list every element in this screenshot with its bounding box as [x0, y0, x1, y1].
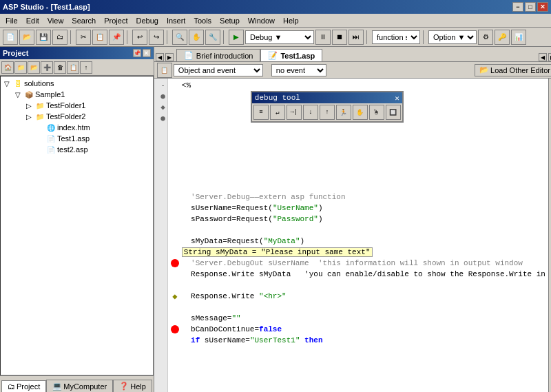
event-combo[interactable]: no event	[271, 64, 326, 76]
code-text-15: bCanDoContinue=false	[182, 325, 282, 333]
load-editor-icon: 📂	[479, 65, 489, 74]
pt-btn2[interactable]: 📁	[14, 61, 27, 74]
code-line-15: bCanDoContinue=false	[171, 324, 545, 335]
tab-brief-intro[interactable]: 📄 Brief introduction	[176, 49, 261, 61]
tree-folder1[interactable]: ▷ 📁 TestFolder1	[2, 100, 152, 111]
dt-btn5[interactable]: ↑	[320, 105, 335, 120]
stop-button[interactable]: ⏹	[332, 30, 347, 45]
editor-tab-left[interactable]: ◀	[539, 53, 547, 61]
editor-scrollbar[interactable]	[548, 79, 551, 392]
dt-btn4[interactable]: ↓	[303, 105, 318, 120]
function-combo[interactable]: function show	[372, 30, 420, 44]
close-button[interactable]: ✕	[537, 2, 548, 12]
menu-search[interactable]: Search	[67, 15, 100, 26]
project-title: Project	[3, 49, 28, 57]
extra2-button[interactable]: 📊	[511, 30, 526, 45]
bp-red-9	[171, 259, 179, 267]
menu-insert[interactable]: Insert	[163, 15, 190, 26]
dt-btn9[interactable]: 🔲	[386, 105, 401, 120]
open-button[interactable]: 📂	[19, 30, 34, 45]
index-file-icon: 🌐	[46, 123, 56, 132]
project-pin[interactable]: 📌	[133, 49, 141, 57]
code-line-14: sMessage=""	[171, 313, 545, 324]
tab-mycomputer[interactable]: 💻 MyComputer	[46, 380, 113, 392]
debug-combo[interactable]: Debug ▼	[245, 30, 314, 44]
pt-btn1[interactable]: 🏠	[1, 61, 14, 74]
pt-btn4[interactable]: ➕	[41, 61, 53, 74]
test1-label: Test1.asp	[57, 134, 90, 143]
et-icon: 📋	[157, 63, 172, 78]
debug-tool-header[interactable]: debug tool ✕	[252, 92, 402, 103]
save-all-button[interactable]: 🗂	[52, 30, 67, 45]
menu-help[interactable]: Help	[279, 15, 303, 26]
find-button[interactable]: 🔍	[172, 30, 187, 45]
option2-button[interactable]: ⚙	[478, 30, 493, 45]
pt-btn7[interactable]: ↑	[80, 61, 92, 74]
code-text-14: sMessage=""	[182, 314, 241, 322]
step-button[interactable]: ⏭	[349, 30, 364, 45]
menu-file[interactable]: File	[1, 15, 22, 26]
tree-solutions[interactable]: ▽ 🗄 solutions	[2, 78, 152, 89]
paste-button[interactable]: 📌	[109, 30, 124, 45]
code-text-11	[182, 281, 187, 289]
menu-debug[interactable]: Debug	[132, 15, 162, 26]
minimize-button[interactable]: −	[512, 2, 523, 12]
debug-tool-close-icon[interactable]: ✕	[395, 94, 399, 103]
tab-project[interactable]: 🗂 Project	[1, 380, 46, 392]
option-combo[interactable]: Option ▼	[428, 30, 477, 44]
toolbar-sep-5	[366, 30, 369, 44]
tool-button[interactable]: 🔧	[205, 30, 220, 45]
pause-button[interactable]: ⏸	[315, 30, 331, 45]
code-line-12: ◆ Response.Write "<hr>"	[171, 291, 545, 302]
pt-btn6[interactable]: 📋	[67, 61, 79, 74]
code-text-4: sUserName=Request("UserName")	[182, 204, 323, 212]
redo-button[interactable]: ↪	[149, 30, 164, 45]
dt-btn6[interactable]: 🏃	[336, 105, 351, 120]
object-event-combo[interactable]: Object and event	[174, 64, 263, 76]
editor-tab-right[interactable]: ▶	[548, 53, 551, 61]
tree-test2[interactable]: 📄 test2.asp	[2, 144, 152, 155]
dt-btn1[interactable]: ≡	[253, 105, 269, 120]
pt-btn5[interactable]: 🗑	[54, 61, 66, 74]
editor-nav-right[interactable]: ▶	[165, 53, 174, 61]
menu-setup[interactable]: Setup	[216, 15, 244, 26]
menu-edit[interactable]: Edit	[22, 15, 43, 26]
titlebar: ASP Studio - [Test1.asp] − □ ✕	[0, 0, 551, 14]
dt-btn2[interactable]: ↵	[270, 105, 285, 120]
code-area[interactable]: debug tool ✕ ≡ ↵ →| ↓ ↑ 🏃 ✋ 🖱 🔲	[168, 79, 548, 392]
tree-test1[interactable]: 📄 Test1.asp	[2, 133, 152, 144]
solutions-folder-icon: 🗄	[13, 79, 23, 88]
run-button[interactable]: ▶	[229, 30, 244, 45]
dt-btn7[interactable]: ✋	[353, 105, 368, 120]
menu-tools[interactable]: Tools	[189, 15, 216, 26]
save-button[interactable]: 💾	[36, 30, 51, 45]
editor-nav-left[interactable]: ◀	[156, 53, 164, 61]
project-header: Project 📌 ✕	[0, 47, 154, 59]
load-other-editor-button[interactable]: 📂 Load Other Editor	[475, 64, 551, 76]
undo-button[interactable]: ↩	[132, 30, 147, 45]
menu-window[interactable]: Window	[244, 15, 279, 26]
new-button[interactable]: 📄	[3, 30, 18, 45]
extra-button[interactable]: 🔑	[495, 30, 510, 45]
dt-btn3[interactable]: →|	[287, 105, 302, 120]
menu-view[interactable]: View	[43, 15, 68, 26]
tree-index[interactable]: 🌐 index.htm	[2, 122, 152, 133]
copy-button[interactable]: 📋	[92, 30, 107, 45]
tree-folder2[interactable]: ▷ 📁 TestFolder2	[2, 111, 152, 122]
tab-help[interactable]: ❓ Help	[113, 380, 152, 392]
cut-button[interactable]: ✂	[76, 30, 91, 45]
folder1-expand-icon: ▷	[24, 101, 34, 110]
tab-test1-asp[interactable]: 📝 Test1.asp	[260, 49, 322, 61]
pt-btn3[interactable]: 📂	[28, 61, 40, 74]
project-tree: ▽ 🗄 solutions ▽ 📦 Sample1 ▷ 📁 TestFolder…	[0, 76, 154, 375]
bp-red-15	[171, 325, 179, 333]
sample1-folder-icon: 📦	[24, 90, 34, 99]
tab-brief-intro-icon: 📄	[184, 51, 194, 60]
maximize-button[interactable]: □	[525, 2, 536, 12]
code-line-5: sPassword=Request("Password")	[171, 214, 545, 225]
menu-project[interactable]: Project	[100, 15, 132, 26]
dt-btn8[interactable]: 🖱	[369, 105, 384, 120]
project-close[interactable]: ✕	[143, 49, 151, 57]
hand-button[interactable]: ✋	[189, 30, 204, 45]
tree-sample1[interactable]: ▽ 📦 Sample1	[2, 89, 152, 100]
